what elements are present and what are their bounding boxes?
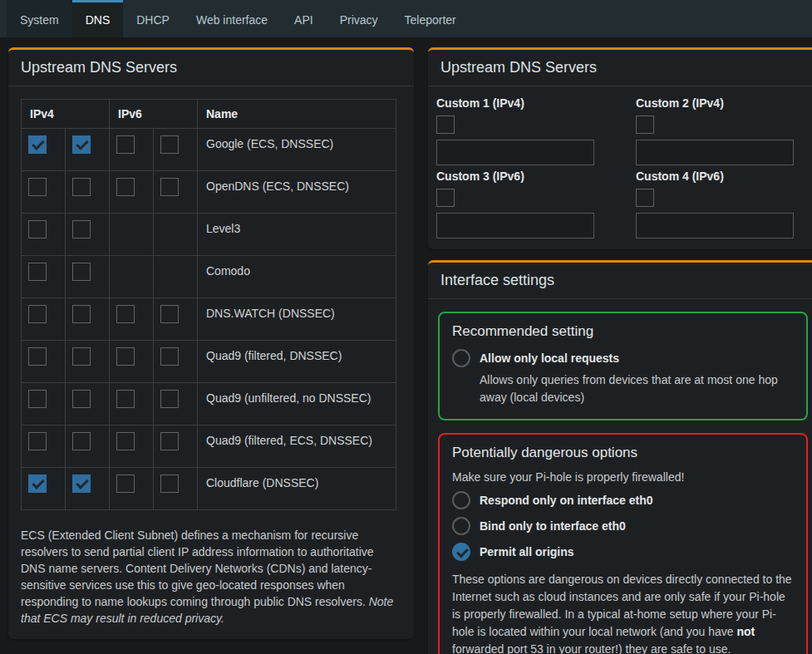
ipv4-checkbox-a[interactable] <box>28 220 47 238</box>
tab-privacy[interactable]: Privacy <box>327 0 391 37</box>
ipv6-checkbox-a[interactable] <box>116 390 135 408</box>
tab-web-interface[interactable]: Web interface <box>183 0 281 37</box>
dns-server-name: OpenDNS (ECS, DNSSEC) <box>198 171 396 214</box>
ipv4-checkbox-b[interactable] <box>72 475 91 493</box>
checkbox-cell <box>22 129 66 171</box>
settings-tab-bar: SystemDNSDHCPWeb interfaceAPIPrivacyTele… <box>0 0 812 37</box>
custom-field-input[interactable] <box>636 140 794 165</box>
permit-all-origins-radio[interactable] <box>452 543 470 561</box>
right-column: Upstream DNS Servers Custom 1 (IPv4)Cust… <box>428 47 812 654</box>
ipv6-checkbox-a[interactable] <box>116 178 135 196</box>
checkbox-cell <box>22 256 66 298</box>
ipv6-checkbox-b[interactable] <box>160 432 179 450</box>
dns-server-name: Google (ECS, DNSSEC) <box>198 129 396 171</box>
checkbox-cell <box>110 298 154 341</box>
checkbox-cell <box>154 129 198 171</box>
dns-server-row: Comodo <box>22 256 396 298</box>
ipv4-checkbox-b[interactable] <box>72 347 91 366</box>
dns-server-row: Google (ECS, DNSSEC) <box>22 129 396 171</box>
ipv6-checkbox-b[interactable] <box>160 390 179 408</box>
custom-dns-grid: Custom 1 (IPv4)Custom 2 (IPv4)Custom 3 (… <box>428 86 812 249</box>
dns-server-name: Quad9 (unfiltered, no DNSSEC) <box>198 383 396 425</box>
ipv4-checkbox-a[interactable] <box>28 347 47 366</box>
ipv6-checkbox-a[interactable] <box>116 347 135 366</box>
ipv4-checkbox-b[interactable] <box>72 432 91 450</box>
tab-dhcp[interactable]: DHCP <box>123 0 183 37</box>
pihole-settings-page: SystemDNSDHCPWeb interfaceAPIPrivacyTele… <box>0 0 812 654</box>
panel-title: Upstream DNS Servers <box>440 59 812 76</box>
ipv4-checkbox-b[interactable] <box>72 178 91 196</box>
dangerous-options-heading: Potentially dangerous options <box>452 445 794 461</box>
ipv4-checkbox-a[interactable] <box>28 305 47 323</box>
ipv6-checkbox-b[interactable] <box>160 475 179 493</box>
column-header-ipv6: IPv6 <box>110 100 198 129</box>
ipv4-checkbox-b[interactable] <box>72 305 91 323</box>
checkbox-cell <box>154 383 198 425</box>
custom-field-checkbox[interactable] <box>636 116 654 134</box>
ipv4-checkbox-b[interactable] <box>72 390 91 408</box>
allow-only-local-requests-radio[interactable] <box>452 349 470 367</box>
radio-option-row: Allow only local requests <box>452 349 794 367</box>
ipv4-checkbox-b[interactable] <box>72 135 91 154</box>
note-bold: not <box>736 625 755 638</box>
upstream-dns-servers-panel: Upstream DNS Servers IPv4 IPv6 Name <box>8 47 414 639</box>
tab-system[interactable]: System <box>7 0 72 37</box>
ipv6-checkbox-b[interactable] <box>160 305 179 323</box>
custom-field-input[interactable] <box>436 140 594 165</box>
ipv4-checkbox-a[interactable] <box>28 390 47 408</box>
ipv4-checkbox-a[interactable] <box>28 178 47 196</box>
ipv4-checkbox-a[interactable] <box>28 432 47 450</box>
checkbox-cell <box>110 425 154 468</box>
recommended-setting-box: Recommended setting Allow only local req… <box>438 312 808 420</box>
ipv6-checkbox-a[interactable] <box>116 432 135 450</box>
respond-only-on-interface-eth0-radio[interactable] <box>452 491 470 509</box>
dns-server-row: Quad9 (filtered, DNSSEC) <box>22 341 396 383</box>
radio-option-row: Respond only on interface eth0 <box>452 491 794 509</box>
ipv4-checkbox-a[interactable] <box>28 475 47 493</box>
ipv6-checkbox-a[interactable] <box>116 135 135 154</box>
custom-field-checkbox[interactable] <box>636 189 654 207</box>
tab-dns[interactable]: DNS <box>72 0 124 37</box>
ecs-footnote: ECS (Extended Client Subnet) defines a m… <box>21 527 396 627</box>
dns-server-row: DNS.WATCH (DNSSEC) <box>22 298 396 341</box>
custom-dns-field-custom-2-ipv4: Custom 2 (IPv4) <box>636 96 812 165</box>
panel-title: Interface settings <box>440 272 812 289</box>
left-column: Upstream DNS Servers IPv4 IPv6 Name <box>8 47 414 639</box>
dns-server-row: Cloudflare (DNSSEC) <box>22 468 396 510</box>
panel-header: Interface settings <box>428 263 812 299</box>
radio-option-row: Bind only to interface eth0 <box>452 517 794 535</box>
tab-api[interactable]: API <box>281 0 327 37</box>
tab-teleporter[interactable]: Teleporter <box>391 0 470 37</box>
custom-field-input[interactable] <box>436 213 594 238</box>
dangerous-options-list: Respond only on interface eth0Bind only … <box>452 491 794 561</box>
checkbox-cell <box>154 214 198 256</box>
dns-server-name: Cloudflare (DNSSEC) <box>198 468 396 510</box>
custom-field-label: Custom 4 (IPv6) <box>636 170 724 183</box>
ipv4-checkbox-b[interactable] <box>72 263 91 281</box>
checkbox-cell <box>22 214 66 256</box>
custom-field-checkbox[interactable] <box>436 189 455 207</box>
dns-servers-table: IPv4 IPv6 Name Google (ECS, DNSSEC)OpenD… <box>21 99 396 510</box>
radio-option-label: Respond only on interface eth0 <box>480 494 652 507</box>
bind-only-to-interface-eth0-radio[interactable] <box>452 517 470 535</box>
ipv6-checkbox-b[interactable] <box>160 135 179 154</box>
dns-server-name: DNS.WATCH (DNSSEC) <box>198 298 396 341</box>
dns-server-name: Quad9 (filtered, ECS, DNSSEC) <box>198 425 396 468</box>
dangerous-options-box: Potentially dangerous options Make sure … <box>438 433 808 654</box>
ipv6-checkbox-b[interactable] <box>160 347 179 366</box>
ecs-footnote-text: ECS (Extended Client Subnet) defines a m… <box>21 529 374 608</box>
radio-option-label: Permit all origins <box>480 545 574 558</box>
custom-dns-panel: Upstream DNS Servers Custom 1 (IPv4)Cust… <box>428 47 812 249</box>
ipv6-checkbox-a[interactable] <box>116 475 135 493</box>
ipv6-checkbox-b[interactable] <box>160 178 179 196</box>
radio-option-description: Allows only queries from devices that ar… <box>480 371 794 406</box>
custom-field-checkbox[interactable] <box>436 116 455 134</box>
ipv4-checkbox-a[interactable] <box>28 135 47 154</box>
column-header-name: Name <box>198 100 396 129</box>
ipv4-checkbox-a[interactable] <box>28 263 47 281</box>
custom-field-input[interactable] <box>636 213 794 238</box>
ipv6-checkbox-a[interactable] <box>116 305 135 323</box>
ipv4-checkbox-b[interactable] <box>72 220 91 238</box>
column-header-ipv4: IPv4 <box>22 100 110 129</box>
checkbox-cell <box>66 129 110 171</box>
